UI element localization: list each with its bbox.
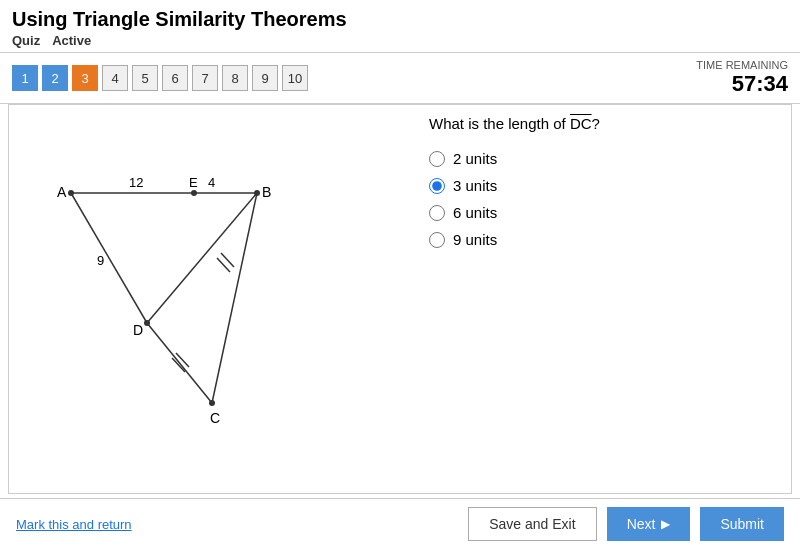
radio-6-units[interactable]	[429, 205, 445, 221]
timer-block: TIME REMAINING 57:34	[696, 59, 788, 97]
option-2-label: 2 units	[453, 150, 497, 167]
nav-numbers: 1 2 3 4 5 6 7 8 9 10	[12, 65, 308, 91]
radio-9-units[interactable]	[429, 232, 445, 248]
svg-line-2	[147, 193, 257, 323]
submit-button[interactable]: Submit	[700, 507, 784, 541]
option-3-units[interactable]: 3 units	[429, 177, 771, 194]
svg-text:E: E	[189, 175, 198, 190]
next-button[interactable]: Next	[607, 507, 691, 541]
svg-line-4	[212, 193, 257, 403]
footer-buttons: Save and Exit Next Submit	[468, 507, 784, 541]
option-2-units[interactable]: 2 units	[429, 150, 771, 167]
question-area: What is the length of DC? 2 units 3 unit…	[409, 115, 771, 483]
svg-text:B: B	[262, 184, 271, 200]
diagram-area: A 12 E 4 B 9 D C	[29, 115, 409, 483]
nav-num-6[interactable]: 6	[162, 65, 188, 91]
svg-text:D: D	[133, 322, 143, 338]
nav-num-9[interactable]: 9	[252, 65, 278, 91]
svg-point-10	[191, 190, 197, 196]
header-subtitle: Quiz Active	[12, 33, 788, 48]
svg-text:A: A	[57, 184, 67, 200]
nav-num-10[interactable]: 10	[282, 65, 308, 91]
svg-point-12	[144, 320, 150, 326]
option-9-units[interactable]: 9 units	[429, 231, 771, 248]
nav-num-2[interactable]: 2	[42, 65, 68, 91]
svg-point-9	[68, 190, 74, 196]
svg-text:4: 4	[208, 175, 215, 190]
radio-3-units[interactable]	[429, 178, 445, 194]
svg-point-13	[209, 400, 215, 406]
question-text: What is the length of DC?	[429, 115, 771, 132]
question-nav: 1 2 3 4 5 6 7 8 9 10 TIME REMAINING 57:3…	[0, 53, 800, 104]
main-content: A 12 E 4 B 9 D C What is the length of D…	[8, 104, 792, 494]
option-6-label: 6 units	[453, 204, 497, 221]
svg-text:9: 9	[97, 253, 104, 268]
svg-text:C: C	[210, 410, 220, 426]
svg-point-11	[254, 190, 260, 196]
option-6-units[interactable]: 6 units	[429, 204, 771, 221]
option-3-label: 3 units	[453, 177, 497, 194]
status-label: Quiz	[12, 33, 40, 48]
nav-num-4[interactable]: 4	[102, 65, 128, 91]
timer-label: TIME REMAINING	[696, 59, 788, 71]
options-group: 2 units 3 units 6 units 9 units	[429, 150, 771, 248]
svg-line-3	[147, 323, 212, 403]
nav-num-3[interactable]: 3	[72, 65, 98, 91]
footer: Mark this and return Save and Exit Next …	[0, 498, 800, 549]
nav-num-8[interactable]: 8	[222, 65, 248, 91]
timer-value: 57:34	[696, 71, 788, 97]
status-value: Active	[52, 33, 91, 48]
mark-return-button[interactable]: Mark this and return	[16, 517, 132, 532]
header: Using Triangle Similarity Theorems Quiz …	[0, 0, 800, 53]
page-title: Using Triangle Similarity Theorems	[12, 8, 788, 31]
diagram-svg: A 12 E 4 B 9 D C	[29, 115, 389, 485]
svg-line-1	[71, 193, 147, 323]
save-exit-button[interactable]: Save and Exit	[468, 507, 596, 541]
svg-text:12: 12	[129, 175, 143, 190]
option-9-label: 9 units	[453, 231, 497, 248]
nav-num-1[interactable]: 1	[12, 65, 38, 91]
radio-2-units[interactable]	[429, 151, 445, 167]
nav-num-5[interactable]: 5	[132, 65, 158, 91]
nav-num-7[interactable]: 7	[192, 65, 218, 91]
segment-label: DC	[570, 115, 592, 132]
